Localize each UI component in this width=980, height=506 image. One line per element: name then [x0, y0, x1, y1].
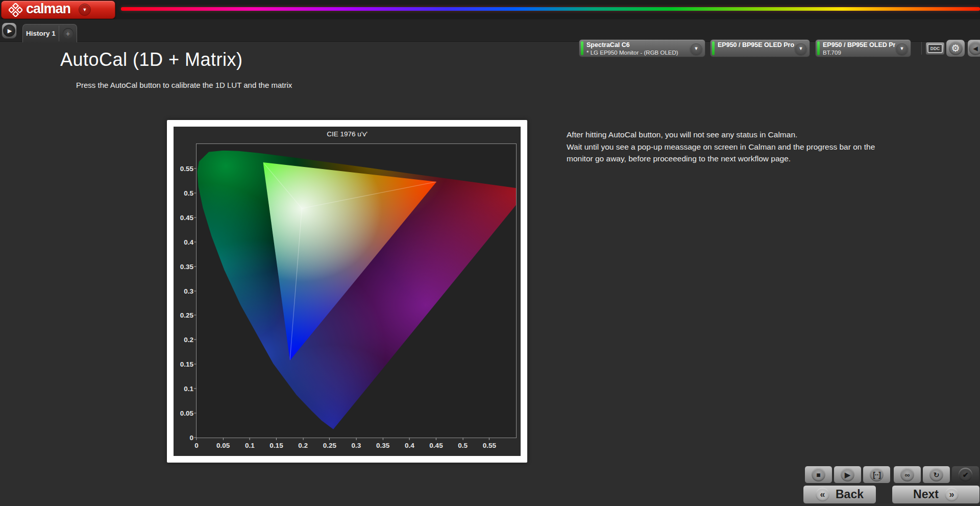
y-axis-tick: 0.3 [184, 287, 197, 295]
source-connected-indicator [712, 41, 715, 55]
y-axis-tick: 0.45 [180, 213, 197, 221]
meter-dropdown[interactable]: SpectraCal C6 * LG EP950 Monitor - (RGB … [579, 39, 705, 57]
display-name: EP950 / BP95E OLED Pro [823, 41, 895, 49]
y-axis-tick: 0.4 [184, 238, 197, 246]
rainbow-spectrum-strip [121, 7, 980, 11]
x-axis-tick: 0.15 [270, 438, 283, 449]
x-axis-tick: 0.2 [298, 438, 308, 449]
play-icon: ▶ [841, 468, 854, 481]
display-connected-indicator [817, 41, 820, 55]
instruction-line-1: After hitting AutoCal button, you will n… [567, 129, 924, 141]
single-measure-button[interactable]: [··] [863, 466, 891, 484]
cie-1976-plot: 00.050.10.150.20.250.30.350.40.450.50.55… [196, 143, 517, 438]
meter-name: SpectraCal C6 [586, 41, 690, 49]
display-colorspace: BT.709 [823, 49, 895, 56]
top-bar: calman ▼ [0, 0, 980, 19]
y-axis-tick: 0.25 [180, 311, 197, 319]
back-button-label: Back [836, 488, 864, 501]
x-axis-tick: 0.3 [352, 438, 361, 449]
back-chevrons-icon: « [816, 488, 829, 501]
display-dropdown[interactable]: EP950 / BP95E OLED Pro BT.709 ▼ [815, 39, 911, 57]
infinity-icon: ∞ [900, 468, 914, 481]
continuous-measure-button[interactable]: ∞ [893, 466, 921, 484]
y-axis-tick: 0.1 [184, 385, 197, 393]
toolbar-divider [921, 42, 922, 55]
cie-chart-frame: CIE 1976 u'v' [167, 120, 527, 463]
x-axis-tick: 0.35 [376, 438, 389, 449]
add-tab-button[interactable]: + [59, 25, 77, 42]
meter-connected-indicator [581, 41, 583, 55]
chart-title: CIE 1976 u'v' [174, 130, 521, 138]
x-axis-tick: 0.05 [216, 438, 230, 449]
y-axis-tick: 0.35 [180, 262, 197, 270]
x-axis-tick: 0.45 [429, 438, 443, 449]
ddc-button[interactable]: DDC [925, 42, 945, 55]
chevron-down-icon[interactable]: ▼ [795, 42, 807, 55]
stop-icon: ■ [812, 468, 825, 481]
page-title: AutoCal (1D + Matrix) [60, 49, 243, 70]
x-axis-tick: 0.4 [405, 438, 414, 449]
x-axis-tick: 0.1 [245, 438, 255, 449]
gear-icon: ⚙ [949, 41, 963, 55]
ddc-monitor-icon: DDC [927, 44, 943, 53]
stop-measure-button[interactable]: ■ [804, 466, 832, 484]
refresh-icon: ↻ [929, 468, 943, 481]
y-axis-tick: 0.15 [180, 360, 197, 368]
y-axis-tick: 0.05 [180, 409, 197, 417]
source-dropdown[interactable]: EP950 / BP95E OLED Pro ▼ [710, 39, 810, 57]
accept-measure-toggle[interactable]: ✔ [951, 466, 979, 484]
meter-control-row: ■ ▶ [··] ∞ ↻ ✔ [804, 466, 979, 484]
check-icon: ✔ [959, 468, 972, 481]
instruction-line-3: monitor go away, before proceeeding to t… [567, 153, 924, 165]
meter-mode: * LG EP950 Monitor - (RGB OLED) [586, 49, 690, 56]
page-subtitle: Press the AutoCal button to calibrate th… [76, 81, 292, 89]
history-tab-group: History 1 + [22, 24, 77, 42]
control-row: ▶ History 1 + SpectraCal C6 * LG EP950 M… [0, 19, 980, 42]
display-dropdown-text: EP950 / BP95E OLED Pro BT.709 [823, 41, 895, 56]
source-dropdown-text: EP950 / BP95E OLED Pro [718, 41, 794, 49]
y-axis-tick: 0.55 [180, 164, 197, 172]
interval-icon: [··] [870, 468, 884, 481]
workflow-nav-button[interactable]: ▶ [2, 22, 17, 39]
chevron-down-icon[interactable]: ▼ [896, 42, 908, 55]
calman-logo-button[interactable]: calman ▼ [1, 1, 115, 19]
chevron-down-icon[interactable]: ▼ [690, 42, 702, 55]
chevron-left-icon: ◀ [969, 41, 980, 55]
instruction-line-2: Wait until you see a pop-up meassage on … [567, 141, 924, 153]
y-axis-tick: 0.2 [184, 336, 197, 344]
collapse-panel-button[interactable]: ◀ [967, 39, 980, 57]
source-name: EP950 / BP95E OLED Pro [718, 41, 794, 49]
y-axis-tick: 0.5 [184, 189, 197, 197]
play-measure-button[interactable]: ▶ [834, 466, 862, 484]
tab-history-1[interactable]: History 1 [23, 25, 59, 42]
play-icon: ▶ [3, 25, 15, 37]
instruction-text: After hitting AutoCal button, you will n… [567, 129, 924, 165]
cie-diagram-svg [197, 144, 516, 438]
next-button[interactable]: Next » [892, 485, 980, 504]
meter-dropdown-text: SpectraCal C6 * LG EP950 Monitor - (RGB … [586, 41, 690, 56]
back-button[interactable]: « Back [803, 485, 876, 504]
cie-chart-panel: CIE 1976 u'v' [174, 127, 521, 456]
y-axis-tick: 0 [189, 434, 197, 442]
x-axis-tick: 0.5 [458, 438, 468, 449]
plus-icon: + [63, 28, 74, 39]
calman-logo-text: calman [26, 2, 70, 17]
calman-diamond-icon [9, 3, 22, 17]
logo-dropdown-icon[interactable]: ▼ [79, 4, 91, 16]
calman-window: calman ▼ ▶ History 1 + SpectraCal C6 * L… [0, 0, 980, 506]
x-axis-tick: 0.55 [483, 438, 496, 449]
settings-button[interactable]: ⚙ [946, 39, 965, 57]
x-axis-tick: 0.25 [323, 438, 336, 449]
refresh-measure-button[interactable]: ↻ [922, 466, 950, 484]
next-chevrons-icon: » [945, 488, 959, 501]
next-button-label: Next [913, 488, 939, 501]
